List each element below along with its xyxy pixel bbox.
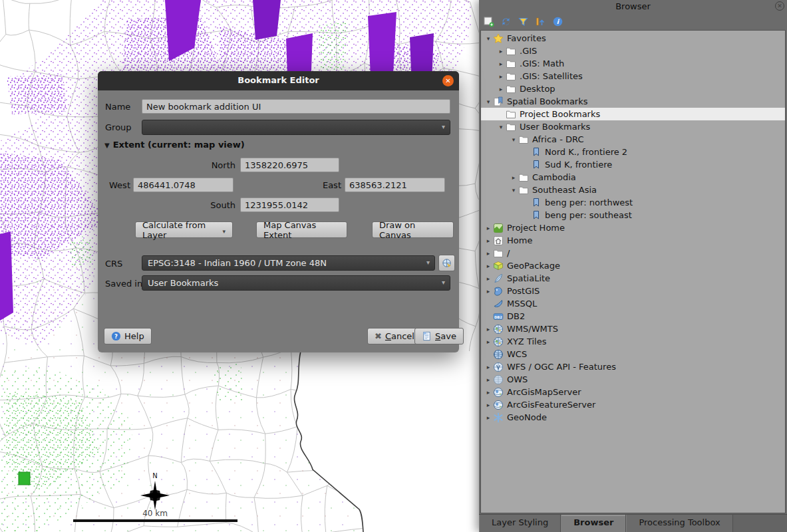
tree-item-user-bookmarks[interactable]: ▾User Bookmarks (481, 120, 785, 133)
map-canvas-extent-button[interactable]: Map Canvas Extent (256, 221, 347, 238)
cancel-label: Cancel (385, 331, 414, 341)
save-label: Save (435, 331, 456, 341)
tree-item-home[interactable]: ▸Home (481, 234, 785, 247)
south-input[interactable] (240, 198, 339, 212)
add-selected-layers-icon[interactable] (483, 16, 494, 27)
expand-arrow-icon[interactable]: ▸ (484, 414, 493, 421)
east-input[interactable] (345, 178, 445, 192)
refresh-icon[interactable] (500, 16, 512, 27)
select-crs-button[interactable] (438, 255, 455, 271)
tree-item-label: MSSQL (507, 299, 541, 309)
tree-item-label: Home (507, 235, 536, 245)
collapse-all-icon[interactable] (535, 16, 546, 27)
help-button[interactable]: ? Help (104, 328, 152, 344)
collapse-arrow-icon[interactable]: ▾ (509, 187, 518, 194)
tree-item-label: Spatial Bookmarks (507, 96, 592, 106)
expand-arrow-icon[interactable]: ▸ (484, 376, 493, 383)
tree-item-label: DB2 (507, 311, 529, 321)
tree-item-arcgismapserver[interactable]: ▸ArcGisMapServer (481, 386, 785, 398)
tree-item-xyz-tiles[interactable]: ▸XYZ Tiles (481, 335, 785, 348)
collapse-arrow-icon[interactable]: ▾ (484, 35, 493, 42)
dock-tab-browser[interactable]: Browser (561, 515, 626, 532)
name-input[interactable] (142, 99, 450, 114)
south-label: South (191, 200, 236, 210)
draw-on-canvas-button[interactable]: Draw on Canvas (372, 221, 454, 238)
tree-item-label: / (507, 248, 514, 258)
tree-item-spatial-bookmarks[interactable]: ▾Spatial Bookmarks (481, 95, 785, 108)
group-combobox[interactable]: ▾ (142, 120, 450, 135)
expand-arrow-icon[interactable]: ▸ (484, 225, 493, 231)
tree-item-gis-math[interactable]: ▸.GIS: Math (481, 57, 785, 70)
tree-item-wcs[interactable]: WCS (481, 348, 785, 360)
dialog-titlebar[interactable]: Bookmark Editor ✕ (98, 71, 459, 90)
globe-wfs-icon (493, 362, 504, 372)
panel-close-icon[interactable]: ✕ (775, 1, 784, 11)
expand-arrow-icon[interactable]: ▸ (484, 263, 493, 269)
tree-item-mssql[interactable]: MSSQL (481, 297, 785, 310)
svg-text:40 km: 40 km (142, 509, 168, 518)
tree-item-project-bookmarks[interactable]: Project Bookmarks (481, 108, 785, 120)
save-button[interactable]: Save (414, 328, 464, 344)
tree-item-beng-per-northwest[interactable]: beng per: northwest (481, 196, 785, 209)
tree-item-postgis[interactable]: ▸PostGIS (481, 285, 785, 297)
tree-item-geonode[interactable]: ▸GeoNode (481, 411, 785, 424)
saved-in-combobox[interactable]: User Bookmarks ▾ (142, 275, 450, 291)
expand-arrow-icon[interactable]: ▸ (484, 338, 493, 345)
expand-arrow-icon[interactable]: ▸ (509, 174, 518, 181)
tree-item-root[interactable]: ▸/ (481, 247, 785, 259)
tree-item-favorites[interactable]: ▾Favorites (481, 32, 785, 45)
cancel-button[interactable]: ✖ Cancel (367, 328, 422, 344)
expand-arrow-icon[interactable]: ▸ (484, 402, 493, 408)
expand-arrow-icon[interactable]: ▸ (484, 250, 493, 257)
extent-group-header[interactable]: ▼Extent (current: map view) (104, 140, 245, 150)
tree-item-arcgisfeatureserver[interactable]: ▸ArcGisFeatureServer (481, 398, 785, 411)
tree-item-sud-k-frontiere[interactable]: Sud K, frontiere (481, 158, 785, 171)
east-label: East (317, 180, 341, 190)
tree-item-gis-satellites[interactable]: ▸.GIS: Satellites (481, 70, 785, 82)
tree-item-label: .GIS (520, 46, 541, 56)
bookmark-icon (531, 147, 542, 158)
tree-item-label: ArcGisFeatureServer (507, 400, 599, 410)
collapse-arrow-icon[interactable]: ▼ (104, 142, 110, 149)
expand-arrow-icon[interactable]: ▸ (496, 86, 506, 92)
tree-item-beng-per-southeast[interactable]: beng per: southeast (481, 209, 785, 221)
expand-arrow-icon[interactable]: ▸ (484, 364, 493, 370)
tree-item-desktop[interactable]: ▸Desktop (481, 82, 785, 95)
tree-item-project-home[interactable]: ▸Project Home (481, 221, 785, 234)
calculate-from-layer-button[interactable]: Calculate from Layer ▾ (135, 221, 233, 238)
tree-item-wms-wmts[interactable]: ▸WMS/WMTS (481, 323, 785, 335)
dialog-close-icon[interactable]: ✕ (442, 75, 454, 86)
tree-item-spatialite[interactable]: ▸SpatiaLite (481, 272, 785, 285)
expand-arrow-icon[interactable]: ▸ (484, 237, 493, 244)
expand-arrow-icon[interactable]: ▸ (484, 389, 493, 396)
crs-combobox[interactable]: EPSG:3148 - Indian 1960 / UTM zone 48N ▾ (142, 255, 435, 271)
tree-item-label: ArcGisMapServer (507, 387, 585, 397)
expand-arrow-icon[interactable]: ▸ (496, 61, 506, 67)
tree-item-label: XYZ Tiles (507, 336, 550, 346)
west-input[interactable] (133, 178, 234, 192)
tree-item-geopackage[interactable]: ▸GeoPackage (481, 259, 785, 272)
dock-tab-layer-styling[interactable]: Layer Styling (479, 515, 561, 532)
expand-arrow-icon[interactable]: ▸ (496, 48, 506, 55)
filter-browser-icon[interactable] (518, 16, 529, 27)
tree-item-label: Southeast Asia (532, 185, 601, 195)
expand-arrow-icon[interactable]: ▸ (484, 288, 493, 295)
dock-tab-processing-toolbox[interactable]: Processing Toolbox (626, 515, 732, 532)
tree-item-africa-drc[interactable]: ▾Africa - DRC (481, 133, 785, 146)
collapse-arrow-icon[interactable]: ▾ (484, 98, 493, 105)
collapse-arrow-icon[interactable]: ▾ (496, 124, 506, 130)
tree-item-cambodia[interactable]: ▸Cambodia (481, 171, 785, 184)
north-input[interactable] (240, 158, 339, 172)
tree-item-nord-k-frontiere-2[interactable]: Nord K., frontiere 2 (481, 146, 785, 158)
properties-icon[interactable]: i (552, 16, 563, 27)
tree-item-gis[interactable]: ▸.GIS (481, 45, 785, 57)
tree-item-ows[interactable]: ▸OWS (481, 373, 785, 386)
expand-arrow-icon[interactable]: ▸ (484, 275, 493, 282)
tree-item-wfs-ogc-api-features[interactable]: ▸WFS / OGC API - Features (481, 360, 785, 373)
tree-item-db2[interactable]: DB2DB2 (481, 310, 785, 323)
expand-arrow-icon[interactable]: ▸ (484, 326, 493, 332)
map-canvas-extent-label: Map Canvas Extent (263, 220, 340, 240)
tree-item-southeast-asia[interactable]: ▾Southeast Asia (481, 184, 785, 196)
expand-arrow-icon[interactable]: ▸ (496, 73, 506, 80)
collapse-arrow-icon[interactable]: ▾ (509, 136, 518, 143)
